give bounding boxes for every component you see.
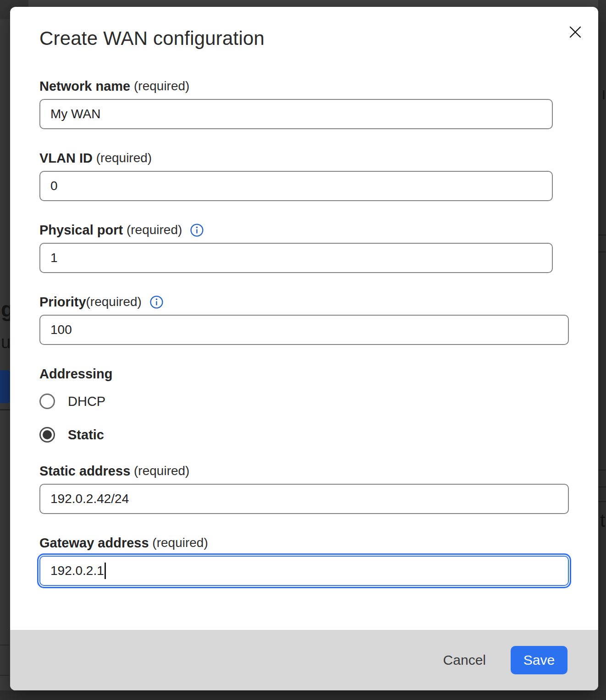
field-priority: Priority(required) 100 (39, 294, 569, 345)
backdrop-divider (0, 409, 10, 410)
gateway-address-label: Gateway address (required) (39, 535, 569, 551)
field-network-name: Network name (required) My WAN (39, 78, 569, 129)
static-address-label: Static address (required) (39, 463, 569, 479)
backdrop-top-strip (0, 0, 606, 7)
priority-label: Priority(required) (39, 294, 569, 310)
dialog-body: Create WAN configuration Network name (r… (10, 7, 598, 630)
addressing-section: Addressing DHCP Static (39, 366, 569, 444)
network-name-label: Network name (required) (39, 78, 569, 94)
info-icon[interactable] (149, 295, 164, 309)
vlan-id-value: 0 (50, 179, 58, 193)
gateway-address-value: 192.0.2.1 (50, 563, 104, 578)
text-caret (105, 563, 106, 579)
backdrop-divider (598, 487, 606, 487)
static-address-input[interactable]: 192.0.2.42/24 (39, 484, 569, 514)
backdrop-divider (598, 252, 606, 252)
required-hint: (required) (93, 151, 152, 165)
create-wan-dialog: Create WAN configuration Network name (r… (10, 7, 598, 690)
physical-port-input[interactable]: 1 (39, 243, 553, 273)
cancel-button[interactable]: Cancel (441, 648, 489, 673)
field-vlan-id: VLAN ID (required) 0 (39, 150, 569, 201)
network-name-input[interactable]: My WAN (39, 99, 553, 129)
dialog-title: Create WAN configuration (39, 27, 569, 50)
backdrop-divider (598, 235, 606, 235)
field-static-address: Static address (required) 192.0.2.42/24 (39, 463, 569, 514)
vlan-id-label: VLAN ID (required) (39, 150, 569, 166)
required-hint: (required) (149, 536, 208, 550)
backdrop-right-band (598, 0, 606, 700)
priority-value: 100 (50, 323, 72, 337)
backdrop-text-fragment: u (1, 333, 11, 352)
static-address-value: 192.0.2.42/24 (50, 492, 129, 506)
backdrop-bottom-strip (0, 690, 606, 700)
radio-unselected-icon[interactable] (39, 394, 55, 409)
backdrop-divider (598, 501, 606, 502)
radio-option-dhcp[interactable]: DHCP (39, 392, 569, 410)
required-hint: (required) (130, 79, 189, 93)
backdrop-divider (598, 470, 606, 470)
priority-input[interactable]: 100 (39, 315, 569, 345)
required-hint: (required) (86, 295, 142, 309)
close-icon[interactable] (565, 22, 585, 42)
save-button[interactable]: Save (511, 646, 567, 674)
required-hint: (required) (123, 223, 182, 237)
network-name-value: My WAN (50, 107, 100, 121)
dialog-footer: Cancel Save (10, 630, 598, 690)
physical-port-label: Physical port (required) (39, 222, 569, 238)
gateway-address-input[interactable]: 192.0.2.1 (39, 556, 569, 586)
field-physical-port: Physical port (required) 1 (39, 222, 569, 273)
required-hint: (required) (130, 464, 189, 478)
backdrop-text-fragment: t (600, 510, 605, 531)
radio-option-static[interactable]: Static (39, 426, 569, 444)
info-icon[interactable] (190, 223, 204, 237)
vlan-id-input[interactable]: 0 (39, 171, 553, 201)
addressing-heading: Addressing (39, 366, 569, 382)
backdrop-divider (0, 645, 9, 645)
physical-port-value: 1 (50, 251, 58, 265)
backdrop-partial-button (0, 370, 10, 403)
radio-dhcp-label: DHCP (68, 394, 105, 409)
backdrop-divider (0, 675, 9, 676)
radio-selected-icon[interactable] (39, 427, 55, 443)
field-gateway-address: Gateway address (required) 192.0.2.1 (39, 535, 569, 586)
radio-static-label: Static (68, 427, 104, 443)
